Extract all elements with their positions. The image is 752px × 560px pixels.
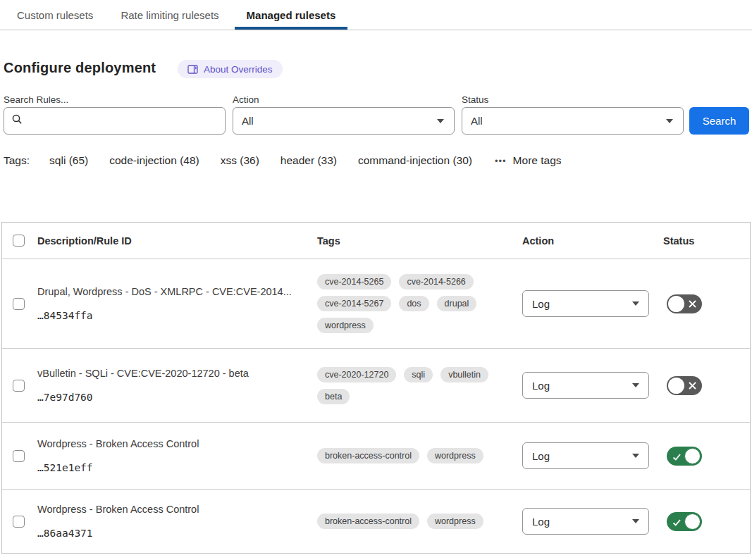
chevron-down-icon [632,301,639,306]
toggle-knob [684,514,701,530]
action-filter-value: All [242,115,254,127]
rules-table: Description/Rule ID Tags Action Status D… [1,222,751,554]
rule-description: Wordpress - Broken Access Control [37,504,302,516]
rule-description-cell: vBulletin - SQLi - CVE:CVE-2020-12720 - … [37,368,317,402]
toggle-knob [668,378,684,394]
row-checkbox-cell [2,516,37,528]
rule-action-cell: Log [522,442,663,469]
more-tags-label: More tags [513,154,562,167]
page-title: Configure deployment [4,60,156,76]
status-filter-value: All [471,115,483,127]
column-action: Action [522,235,663,247]
tag-filter-code-injection[interactable]: code-injection (48) [109,154,199,167]
managed-rulesets-page: Custom rulesets Rate limiting rulesets M… [0,0,752,560]
row-checkbox-cell [2,450,37,462]
table-row: Wordpress - Broken Access Control …86aa4… [2,490,750,554]
select-all-checkbox[interactable] [13,235,25,247]
status-filter-select[interactable]: All [462,107,684,135]
rule-description: Drupal, Wordpress - DoS - XMLRPC - CVE:C… [37,286,302,298]
rule-action-value: Log [532,450,550,462]
table-row: Drupal, Wordpress - DoS - XMLRPC - CVE:C… [2,259,750,349]
tag-filter-command-injection[interactable]: command-injection (30) [358,154,472,167]
book-icon [187,65,198,74]
status-filter-label: Status [462,94,488,105]
tag-chip: cve-2020-12720 [317,367,396,382]
rule-action-select[interactable]: Log [522,372,649,399]
row-checkbox[interactable] [13,380,25,392]
tag-chip: broken-access-control [317,448,419,463]
tag-chip: drupal [437,296,477,311]
tag-chip: cve-2014-5267 [317,296,391,311]
table-header-row: Description/Rule ID Tags Action Status [2,223,750,259]
search-rules-input[interactable] [29,108,225,134]
tag-chip: sqli [404,367,433,382]
table-row: Wordpress - Broken Access Control …521e1… [2,423,750,490]
rule-action-select[interactable]: Log [522,442,649,469]
tag-chip: beta [317,389,350,404]
more-tags-button[interactable]: ••• More tags [495,154,562,167]
row-checkbox[interactable] [13,450,25,462]
tag-filter-xss[interactable]: xss (36) [221,154,259,167]
tag-chip: wordpress [427,514,483,529]
rule-id: …86aa4371 [37,528,302,539]
chevron-down-icon [666,119,673,123]
rule-description-cell: Wordpress - Broken Access Control …86aa4… [37,504,317,538]
action-filter-label: Action [233,94,259,105]
rule-action-cell: Log [522,290,663,317]
tag-filter-sqli[interactable]: sqli (65) [49,154,88,167]
rule-action-select[interactable]: Log [522,290,649,317]
search-rules-inputbox[interactable] [4,107,226,135]
about-overrides-link[interactable]: About Overrides [178,60,283,78]
tag-filter-header[interactable]: header (33) [281,154,337,167]
rule-description-cell: Drupal, Wordpress - DoS - XMLRPC - CVE:C… [37,286,317,321]
action-filter-select[interactable]: All [233,107,455,135]
rule-status-toggle-on[interactable] [667,512,702,531]
tag-chip: cve-2014-5266 [399,274,473,290]
toggle-knob [668,296,684,312]
check-icon [672,452,682,464]
row-checkbox-cell [2,298,37,310]
tag-chip: wordpress [427,448,483,463]
row-checkbox[interactable] [13,516,25,528]
chevron-down-icon [632,383,639,387]
rule-tags-cell: cve-2020-12720 sqli vbulletin beta [317,367,522,404]
header-checkbox-cell [2,235,37,247]
rule-status-toggle-off[interactable] [667,376,702,395]
rule-tags-cell: broken-access-control wordpress [317,448,522,463]
search-rules-label: Search Rules... [4,94,68,105]
rule-action-cell: Log [522,372,663,399]
column-tags: Tags [317,235,522,247]
tag-chip: broken-access-control [317,514,419,529]
tag-chip: vbulletin [440,367,488,382]
tab-managed-rulesets[interactable]: Managed rulesets [235,0,348,30]
rule-status-toggle-on[interactable] [667,447,702,466]
tab-custom-rulesets[interactable]: Custom rulesets [5,0,105,30]
toggle-knob [684,448,701,464]
x-icon [688,380,697,393]
column-description: Description/Rule ID [37,235,317,247]
search-button[interactable]: Search [689,107,749,135]
chevron-down-icon [632,454,639,458]
chevron-down-icon [437,119,444,123]
rule-description-cell: Wordpress - Broken Access Control …521e1… [37,438,317,473]
rule-action-cell: Log [522,508,663,535]
rule-id: …84534ffa [37,310,302,321]
rule-id: …521e1eff [37,462,302,473]
tags-bar: Tags: sqli (65) code-injection (48) xss … [4,154,562,167]
rule-status-cell [663,376,750,395]
check-icon [672,517,682,530]
rule-id: …7e97d760 [37,392,302,403]
rule-action-value: Log [532,298,550,310]
rule-action-select[interactable]: Log [522,508,649,535]
tab-rate-limiting-rulesets[interactable]: Rate limiting rulesets [109,0,230,30]
rule-status-cell [663,512,750,531]
rule-description: Wordpress - Broken Access Control [37,438,302,450]
tag-chip: wordpress [317,318,374,333]
ruleset-tabbar: Custom rulesets Rate limiting rulesets M… [0,0,752,30]
rule-action-value: Log [532,516,550,528]
row-checkbox[interactable] [13,298,25,310]
column-status: Status [663,235,750,247]
row-checkbox-cell [2,380,37,392]
rule-status-toggle-off[interactable] [667,294,702,313]
chevron-down-icon [632,519,639,523]
